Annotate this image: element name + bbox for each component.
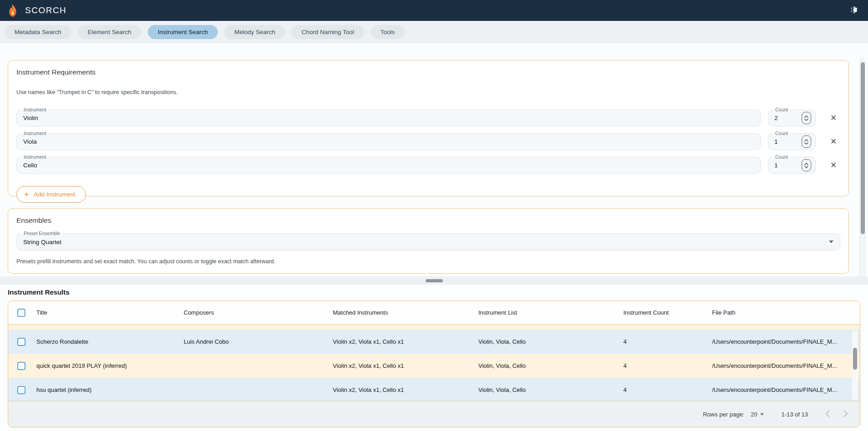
tab-instrument-search[interactable]: Instrument Search (148, 25, 218, 39)
workspace: Instrument Requirements Use names like "… (0, 43, 868, 431)
ensembles-panel: Ensembles Preset Ensemble String Quartet… (8, 208, 849, 274)
count-input[interactable]: Count 2 (768, 110, 816, 126)
count-stepper[interactable] (802, 159, 811, 171)
cell-composers: Luis Andrei Cobo (184, 338, 333, 345)
top-app-bar: SCORCH (0, 0, 868, 21)
cell-instrument-count: 4 (623, 362, 712, 369)
results-table: Title Composers Matched Instruments Inst… (8, 301, 860, 427)
pane-resize-divider[interactable] (0, 276, 868, 285)
cell-file-path: /Users/encounterpoint/Documents/FINALE_M… (712, 362, 849, 369)
count-field-label: Count (773, 107, 790, 113)
cell-instrument-list: Violin, Viola, Cello (478, 362, 623, 369)
close-x-icon: ✕ (830, 161, 837, 170)
previous-page-button[interactable] (825, 410, 830, 419)
pager-buttons (825, 410, 848, 419)
sun-moon-icon (849, 5, 859, 16)
ensembles-title: Ensembles (16, 216, 840, 225)
instrument-field-value: Viola (23, 138, 37, 145)
tab-element-search[interactable]: Element Search (78, 25, 141, 39)
column-header-matched-instruments: Matched Instruments (333, 309, 478, 316)
chevron-right-icon (843, 410, 848, 419)
tab-bar: Metadata SearchElement SearchInstrument … (0, 21, 868, 43)
column-header-instrument-count: Instrument Count (623, 309, 712, 316)
count-field-label: Count (773, 130, 790, 136)
rows-per-page-value: 20 (751, 411, 757, 418)
count-stepper[interactable] (802, 112, 811, 124)
row-checkbox[interactable] (17, 386, 25, 394)
pane-scrollbar-thumb[interactable] (861, 62, 865, 234)
instrument-field-label: Instrument (21, 130, 49, 136)
rows-per-page: Rows per page: 20 (703, 411, 764, 418)
count-stepper[interactable] (802, 135, 811, 148)
theme-toggle-button[interactable] (847, 4, 861, 17)
tab-melody-search[interactable]: Melody Search (224, 25, 285, 39)
table-pagination: Rows per page: 20 1-13 of 13 (8, 401, 860, 427)
count-input[interactable]: Count 1 (768, 157, 816, 174)
requirements-title: Instrument Requirements (16, 68, 840, 77)
row-checkbox[interactable] (17, 338, 25, 346)
count-field-value: 1 (774, 162, 778, 169)
drag-handle[interactable] (426, 279, 443, 282)
pagination-range: 1-13 of 13 (781, 411, 808, 418)
tab-chord-naming-tool[interactable]: Chord Naming Tool (291, 25, 364, 39)
instrument-rows: Instrument Violin Count 2 ✕ Instrument (16, 110, 840, 174)
instrument-input[interactable]: Instrument Cello (16, 157, 761, 174)
instrument-requirement-row: Instrument Violin Count 2 ✕ (16, 110, 840, 126)
cell-instrument-count: 4 (623, 338, 712, 345)
close-x-icon: ✕ (830, 137, 837, 146)
cell-matched-instruments: Violin x2, Viola x1, Cello x1 (333, 386, 478, 393)
instrument-input[interactable]: Instrument Viola (16, 133, 761, 150)
cell-instrument-list: Violin, Viola, Cello (478, 386, 623, 393)
pane-scrollbar[interactable] (859, 58, 865, 276)
row-checkbox[interactable] (17, 362, 25, 370)
table-scrollbar[interactable] (852, 331, 858, 400)
instrument-field-label: Instrument (21, 107, 49, 113)
rows-per-page-label: Rows per page: (703, 411, 744, 418)
remove-instrument-button[interactable]: ✕ (827, 159, 840, 172)
table-row[interactable]: hsu quartet (inferred) Violin x2, Viola … (8, 378, 860, 401)
instrument-requirements-panel: Instrument Requirements Use names like "… (8, 60, 849, 196)
instrument-field-value: Violin (23, 115, 38, 121)
cell-instrument-count: 4 (623, 386, 712, 393)
remove-instrument-button[interactable]: ✕ (827, 111, 840, 125)
results-section: Instrument Results Title Composers Match… (0, 285, 868, 431)
results-table-header: Title Composers Matched Instruments Inst… (8, 301, 860, 325)
preset-ensemble-select[interactable]: Preset Ensemble String Quartet (16, 233, 840, 251)
cell-file-path: /Users/encounterpoint/Documents/FINALE_M… (712, 386, 849, 393)
requirements-hint: Use names like "Trumpet in C" to require… (16, 89, 840, 96)
cell-matched-instruments: Violin x2, Viola x1, Cello x1 (333, 338, 478, 345)
rows-per-page-select[interactable]: 20 (751, 411, 764, 418)
table-scrollbar-thumb[interactable] (853, 348, 857, 370)
app-window: SCORCH Metadata SearchElement SearchInst… (0, 0, 868, 431)
column-header-composers: Composers (184, 309, 333, 316)
instrument-input[interactable]: Instrument Violin (16, 110, 761, 126)
count-field-value: 1 (774, 138, 778, 145)
count-input[interactable]: Count 1 (768, 133, 816, 150)
tab-metadata-search[interactable]: Metadata Search (5, 25, 71, 39)
select-all-checkbox[interactable] (17, 309, 25, 317)
table-header-gap (8, 325, 860, 330)
cell-title: hsu quartet (inferred) (36, 386, 184, 393)
instrument-requirement-row: Instrument Cello Count 1 ✕ (16, 157, 840, 174)
next-page-button[interactable] (843, 410, 848, 419)
cell-title: quick quartet 2019 PLAY (inferred) (36, 362, 184, 369)
tab-tools[interactable]: Tools (371, 25, 405, 39)
app-title: SCORCH (25, 5, 66, 15)
column-header-title: Title (36, 309, 184, 316)
results-table-body: Scherzo Rondalette Luis Andrei Cobo Viol… (8, 330, 860, 401)
cell-instrument-list: Violin, Viola, Cello (478, 338, 623, 345)
table-row[interactable]: Scherzo Rondalette Luis Andrei Cobo Viol… (8, 330, 860, 354)
preset-ensemble-value: String Quartet (23, 239, 61, 246)
remove-instrument-button[interactable]: ✕ (827, 135, 840, 149)
column-header-file-path: File Path (712, 309, 849, 316)
dropdown-arrow-icon (829, 241, 833, 243)
ensembles-hint: Presets prefill instruments and set exac… (16, 258, 840, 265)
plus-icon: + (24, 190, 29, 199)
results-title: Instrument Results (8, 288, 860, 296)
add-instrument-button[interactable]: + Add Instrument (16, 186, 86, 203)
search-config-pane: Instrument Requirements Use names like "… (0, 43, 868, 276)
table-row[interactable]: quick quartet 2019 PLAY (inferred) Violi… (8, 354, 860, 378)
flame-logo-icon (7, 4, 19, 17)
close-x-icon: ✕ (830, 114, 837, 122)
instrument-requirement-row: Instrument Viola Count 1 ✕ (16, 133, 840, 150)
